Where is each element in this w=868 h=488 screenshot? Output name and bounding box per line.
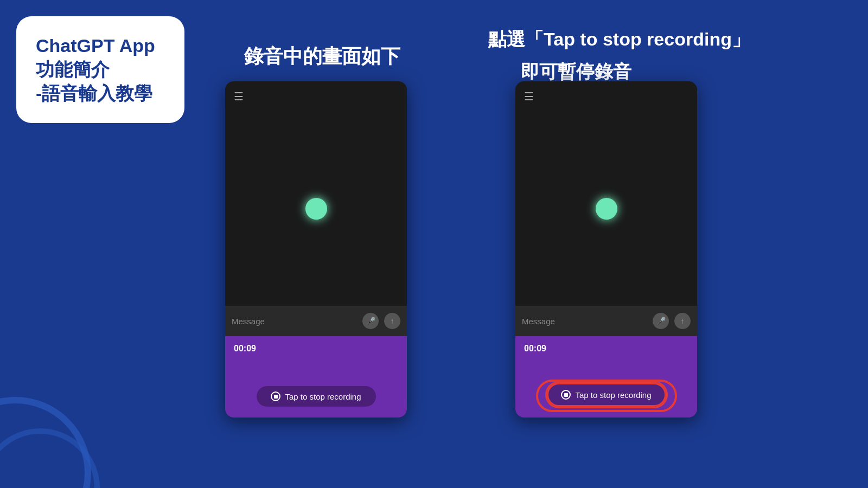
stop-button-left[interactable]: Tap to stop recording [257,386,376,407]
timer-right: 00:09 [515,344,546,354]
title-line1: ChatGPT App [36,34,165,57]
message-bar-right: Message 🎤 ↑ [515,306,697,336]
send-icon-left: ↑ [384,313,400,329]
title-line3: -語音輸入教學 [36,81,165,105]
stop-icon-inner-left [274,395,278,399]
green-dot-right [596,198,617,220]
mic-icon-left: 🎤 [362,313,379,329]
stop-button-label-right: Tap to stop recording [575,390,651,400]
left-section-label: 錄音中的畫面如下 [244,43,400,70]
hamburger-icon-right: ☰ [524,90,534,103]
phone-mockup-left: ☰ Message 🎤 ↑ 00:09 Tap to stop recordin… [225,81,407,418]
phone-screen-right: ☰ Message 🎤 ↑ [515,81,697,336]
stop-button-label-left: Tap to stop recording [285,392,361,401]
title-card: ChatGPT App 功能簡介 -語音輸入教學 [16,16,184,123]
stop-icon-left [271,391,280,401]
message-input-left[interactable]: Message [232,317,357,326]
stop-icon-inner-right [564,393,568,397]
phone-mockup-right: ☰ Message 🎤 ↑ 00:09 Tap to stop recordin… [515,81,697,418]
timer-left: 00:09 [225,344,256,354]
title-line2: 功能簡介 [36,57,165,81]
recording-section-right: 00:09 Tap to stop recording [515,336,697,418]
right-section-label-line1: 點選「Tap to stop recording」 [488,27,750,52]
stop-button-right[interactable]: Tap to stop recording [547,383,666,407]
stop-icon-right [561,390,571,400]
message-bar-left: Message 🎤 ↑ [225,306,407,336]
deco-circle-2 [0,428,100,488]
recording-section-left: 00:09 Tap to stop recording [225,336,407,418]
hamburger-icon-left: ☰ [234,90,244,103]
message-input-right[interactable]: Message [522,317,647,326]
send-icon-right: ↑ [674,313,691,329]
phone-screen-left: ☰ Message 🎤 ↑ [225,81,407,336]
mic-icon-right: 🎤 [653,313,669,329]
green-dot-left [305,198,327,220]
